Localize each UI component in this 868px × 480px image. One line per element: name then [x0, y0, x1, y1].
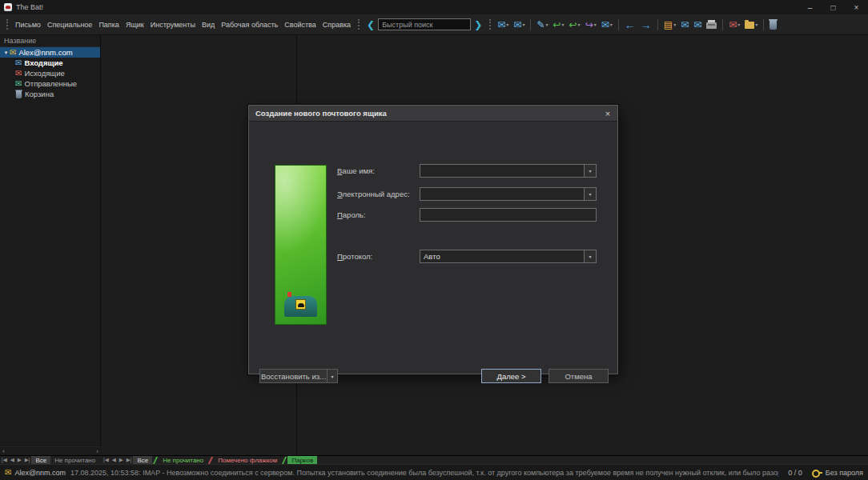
- restore-dropdown-button[interactable]: ▾: [327, 369, 338, 383]
- mail-ticker-icon: ✉: [693, 20, 701, 30]
- menu-item-tools[interactable]: Инструменты: [147, 21, 199, 29]
- menu-item-folder[interactable]: Папка: [95, 21, 123, 29]
- reply-icon: ↩: [553, 20, 561, 30]
- back-button[interactable]: ←: [623, 18, 637, 31]
- tab-nav-first[interactable]: |◀: [102, 457, 111, 463]
- toolbar-grip[interactable]: [6, 19, 8, 30]
- window-controls: – □ ×: [798, 0, 868, 14]
- tab-nav-last[interactable]: ▶|: [23, 457, 32, 463]
- reply-all-button[interactable]: ↩ ▾: [568, 19, 582, 30]
- status-account[interactable]: ✉ Alex@nnm.com: [5, 469, 66, 477]
- password-input[interactable]: [420, 208, 597, 222]
- protocol-combo[interactable]: Авто ▾: [420, 250, 597, 263]
- tab-separator: [153, 457, 158, 464]
- tab-nav-last[interactable]: ▶|: [125, 457, 134, 463]
- email-combo[interactable]: ▾: [420, 187, 597, 201]
- menu-item-mailbox[interactable]: Ящик: [123, 21, 147, 29]
- check-mail-button[interactable]: ✉ ▾: [496, 19, 510, 30]
- tab-nav-prev[interactable]: ◀: [9, 457, 16, 463]
- sent-folder-icon: ✉: [15, 80, 22, 88]
- folder-tree-panel: Название ▾ ✉ Alex@nnm.com ✉ Входящие ✉ И…: [0, 35, 101, 446]
- folder-tab-all[interactable]: Все: [31, 456, 50, 464]
- tree-horizontal-scrollbar[interactable]: ‹ ›: [0, 446, 101, 455]
- maximize-button[interactable]: □: [822, 0, 845, 14]
- ticker-button[interactable]: ✉: [692, 19, 703, 30]
- toolbar-grip[interactable]: [489, 19, 491, 30]
- folder-icon: [745, 22, 754, 29]
- tab-separator: [282, 457, 287, 464]
- folder-sent[interactable]: ✉ Отправленные: [0, 78, 100, 89]
- quick-search-input[interactable]: [378, 18, 471, 30]
- menu-item-mail[interactable]: Письмо: [12, 21, 44, 29]
- status-log-message: 17.08.2025, 10:53:58: IMAP - Невозможно …: [70, 469, 778, 477]
- send-mail-button[interactable]: ✉ ▾: [512, 19, 526, 30]
- chevron-down-icon[interactable]: ▾: [584, 250, 596, 262]
- view-tab-all[interactable]: Все: [133, 456, 152, 464]
- delete-button[interactable]: ✉ ▾: [727, 19, 741, 30]
- folder-inbox[interactable]: ✉ Входящие: [0, 58, 100, 68]
- tab-nav-next[interactable]: ▶: [16, 457, 23, 463]
- folder-ops-button[interactable]: ▾: [743, 19, 759, 30]
- minimize-button[interactable]: –: [798, 0, 822, 14]
- chevron-down-icon: ▾: [610, 22, 613, 27]
- dialog-body: Ваше имя: ▾ Электронный адрес: ▾ Пароль:…: [249, 122, 617, 374]
- print-button[interactable]: [705, 19, 718, 30]
- dialog-close-button[interactable]: ×: [598, 106, 617, 121]
- dialog-title: Создание нового почтового ящика: [255, 109, 387, 118]
- titlebar[interactable]: The Bat! – □ ×: [0, 0, 868, 14]
- tab-nav-first[interactable]: |◀: [0, 457, 9, 463]
- restore-from-button[interactable]: Восстановить из...: [259, 369, 328, 383]
- account-row[interactable]: ▾ ✉ Alex@nnm.com: [0, 47, 100, 58]
- toolbar-separator: [530, 19, 531, 30]
- tree-column-header[interactable]: Название: [0, 35, 100, 47]
- tab-nav-next[interactable]: ▶: [118, 457, 125, 463]
- reply-button[interactable]: ↩ ▾: [551, 19, 565, 30]
- folder-tab-unread[interactable]: Не прочитано: [50, 456, 99, 464]
- redirect-button[interactable]: ✉ ▾: [600, 19, 614, 30]
- cancel-button[interactable]: Отмена: [549, 369, 609, 383]
- menu-item-workspace[interactable]: Рабочая область: [218, 21, 281, 29]
- email-field-label: Электронный адрес:: [337, 190, 410, 198]
- mailbox-logo: [284, 296, 317, 317]
- folder-trash[interactable]: Корзина: [0, 89, 100, 99]
- chevron-down-icon: ▾: [578, 22, 581, 27]
- name-combo[interactable]: ▾: [420, 164, 597, 178]
- scroll-left-icon[interactable]: ‹: [2, 447, 5, 455]
- password-status[interactable]: Без пароля: [812, 469, 863, 477]
- window-title: The Bat!: [16, 3, 43, 11]
- menu-item-special[interactable]: Специальное: [44, 21, 96, 29]
- new-message-button[interactable]: ✎ ▾: [535, 19, 549, 30]
- toolbar-separator: [618, 19, 619, 30]
- app-icon: [4, 3, 12, 11]
- trash-button[interactable]: [768, 18, 778, 30]
- menu-item-view[interactable]: Вид: [199, 21, 218, 29]
- folder-outbox[interactable]: ✉ Исходящие: [0, 68, 100, 78]
- tab-nav-prev[interactable]: ◀: [111, 457, 118, 463]
- delete-mail-icon: ✉: [729, 20, 737, 30]
- printer-icon: [706, 22, 717, 29]
- dialog-titlebar[interactable]: Создание нового почтового ящика ×: [249, 106, 617, 122]
- send-mail-icon: ✉: [513, 20, 521, 30]
- forward-button[interactable]: ↪ ▾: [584, 19, 598, 30]
- view-tab-flagged[interactable]: Помечено флажком: [214, 456, 281, 464]
- status-account-label: Alex@nnm.com: [14, 469, 66, 477]
- close-button[interactable]: ×: [845, 0, 868, 14]
- check-mail-icon: ✉: [497, 20, 505, 30]
- menu-item-properties[interactable]: Свойства: [281, 21, 319, 29]
- search-prev-icon[interactable]: ❮: [364, 20, 378, 30]
- chevron-down-icon[interactable]: ▾: [584, 188, 596, 200]
- chevron-down-icon[interactable]: ▾: [584, 165, 596, 177]
- toolbar-grip[interactable]: [358, 19, 360, 30]
- view-tab-parked[interactable]: Парков: [287, 456, 317, 464]
- scroll-right-icon[interactable]: ›: [96, 447, 98, 455]
- menu-item-help[interactable]: Справка: [319, 21, 354, 29]
- view-tab-unread[interactable]: Не прочитано: [159, 456, 207, 464]
- search-next-icon[interactable]: ❯: [471, 20, 485, 30]
- dispatcher-button[interactable]: ✉: [679, 19, 690, 30]
- next-button[interactable]: Далее >: [481, 369, 541, 383]
- expander-icon[interactable]: ▾: [2, 50, 10, 56]
- address-book-button[interactable]: ▤ ▾: [662, 19, 677, 30]
- forward-nav-button[interactable]: →: [639, 18, 653, 31]
- new-message-icon: ✎: [536, 20, 545, 30]
- view-tabbar: |◀ ◀ ▶ ▶| Все Не прочитано Помечено флаж…: [102, 455, 868, 464]
